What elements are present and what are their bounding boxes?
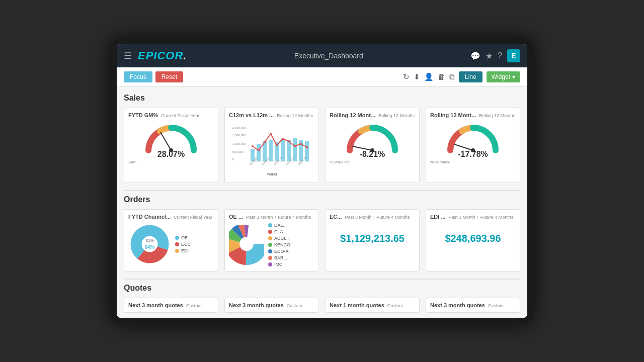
- card-rolling1-title: Rolling 12 Mont...: [330, 112, 375, 118]
- svg-text:1,000,000: 1,000,000: [232, 142, 246, 145]
- quote-card-2-title: Next 3 month quotes: [229, 302, 284, 308]
- hamburger-icon[interactable]: ☰: [124, 50, 132, 61]
- sales-cards-row: FYTD GM% Current Fiscal Year: [124, 108, 520, 183]
- quote-card-4-subtitle: Custom: [488, 303, 504, 308]
- legend-dot-cla: [268, 230, 272, 234]
- legend-item-imc: IMC: [268, 262, 290, 267]
- legend-label-kenco: KENCO: [274, 242, 290, 247]
- quote-card-1-subtitle: Custom: [186, 303, 202, 308]
- chevron-down-icon: ▾: [512, 73, 515, 80]
- quote-card-1: Next 3 month quotes Custom: [124, 298, 218, 313]
- svg-point-18: [252, 145, 254, 147]
- legend-label-oe: OE: [181, 235, 188, 240]
- legend-dot-ecc: [175, 242, 179, 246]
- gauge-rolling2-value: -17.78%: [458, 150, 488, 159]
- card-edi: EDI ... Past 3 Month + Future 4 Months $…: [426, 209, 520, 272]
- copy-icon[interactable]: ⧉: [449, 72, 455, 81]
- card-edi-header: EDI ... Past 3 Month + Future 4 Months: [430, 214, 516, 220]
- card-fytd-gm-header: FYTD GM% Current Fiscal Year: [128, 112, 214, 118]
- orders-cards-row: FYTD Channel... Current Fiscal Year 31%: [124, 209, 520, 272]
- card-oe-header: OE ... Past 3 Month + Future 4 Months: [229, 214, 314, 220]
- legend-item-edi: EDI: [175, 248, 191, 253]
- card-c12m-subtitle: Rolling 12 Months: [277, 113, 313, 118]
- quote-card-4-title: Next 3 month quotes: [430, 302, 485, 308]
- quote-card-2: Next 3 month quotes Custom: [224, 298, 319, 313]
- quote-card-2-subtitle: Custom: [287, 303, 302, 308]
- section-divider-2: [124, 279, 520, 280]
- legend-item-ecc: ECC: [175, 242, 191, 247]
- bar-line-chart-svg: 2,000,000 1,500,000 1,000,000 500,000 0 …: [229, 121, 314, 176]
- quote-card-3-title: Next 1 month quotes: [330, 302, 384, 308]
- svg-text:2,000,000: 2,000,000: [232, 126, 246, 129]
- user-badge[interactable]: E: [507, 49, 520, 62]
- legend-label-dal: DAL...: [274, 223, 287, 228]
- gauge-rolling1-svg: [345, 121, 400, 154]
- quote-card-1-header: Next 3 month quotes Custom: [128, 302, 214, 308]
- card-c12m: C12m vs L12m ... Rolling 12 Months 2,000…: [224, 108, 319, 183]
- svg-text:31%: 31%: [145, 238, 153, 243]
- pie-fytd-channel-legend: OE ECC EDI: [175, 235, 191, 253]
- action-bar: Focus Reset ↻ ⬇ 👤 🗑 ⧉ Line Widget ▾: [117, 67, 527, 86]
- quote-card-3-header: Next 1 month quotes Custom: [330, 302, 415, 308]
- legend-dot-imc: [268, 262, 272, 266]
- svg-point-26: [300, 143, 302, 145]
- legend-dot-addi: [268, 236, 272, 240]
- reset-button[interactable]: Reset: [155, 71, 183, 82]
- tablet-frame: ☰ EPICOR. Executive_Dashboard 💬 ★ ? E Fo…: [111, 38, 533, 324]
- delete-icon[interactable]: 🗑: [438, 72, 445, 81]
- pie-oe: DAL... CLA... ADDI...: [229, 223, 314, 267]
- gauge-rolling2: -17.78% % Variance: [430, 121, 516, 164]
- card-rolling2-subtitle: Rolling 12 Months: [479, 113, 515, 118]
- legend-label-imc: IMC: [274, 262, 283, 267]
- legend-item-addi: ADDI...: [268, 236, 290, 241]
- card-ec-header: EC... Past 3 Month + Future 4 Months: [330, 214, 415, 220]
- svg-point-24: [288, 140, 290, 142]
- quote-card-1-title: Next 3 month quotes: [128, 302, 183, 308]
- gauge-rolling1-value: -8.21%: [360, 150, 385, 159]
- card-rolling2: Rolling 12 Mont... Rolling 12 Months: [426, 108, 520, 183]
- svg-text:0: 0: [232, 158, 234, 161]
- chat-icon[interactable]: 💬: [470, 51, 480, 61]
- legend-item-oe: OE: [175, 235, 191, 240]
- svg-point-27: [306, 146, 308, 148]
- quote-card-4: Next 3 month quotes Custom: [426, 298, 520, 313]
- card-rolling1-header: Rolling 12 Mont... Rolling 12 Months: [330, 112, 415, 118]
- line-button[interactable]: Line: [459, 71, 482, 82]
- star-icon[interactable]: ★: [486, 51, 493, 61]
- pie-fytd-channel: 31% 64% OE ECC: [128, 223, 214, 265]
- screen: ☰ EPICOR. Executive_Dashboard 💬 ★ ? E Fo…: [117, 44, 527, 318]
- svg-point-23: [282, 138, 284, 140]
- gauge-fytd-gm: 28.07% Sum: [128, 121, 214, 164]
- quote-card-4-header: Next 3 month quotes Custom: [430, 302, 516, 308]
- user-icon[interactable]: 👤: [424, 72, 434, 81]
- legend-dot-oe: [175, 236, 179, 240]
- card-fytd-gm-title: FYTD GM%: [128, 112, 158, 118]
- svg-point-20: [264, 141, 266, 143]
- logo: EPICOR.: [138, 49, 187, 62]
- card-c12m-header: C12m vs L12m ... Rolling 12 Months: [229, 112, 314, 118]
- card-rolling2-title: Rolling 12 Mont...: [430, 112, 476, 118]
- pie-fytd-channel-svg: 31% 64%: [128, 223, 171, 265]
- svg-point-21: [270, 133, 272, 135]
- widget-button[interactable]: Widget ▾: [487, 71, 520, 82]
- legend-item-ecoa: ECO-A: [268, 249, 290, 254]
- card-rolling2-header: Rolling 12 Mont... Rolling 12 Months: [430, 112, 516, 118]
- legend-label-ecoa: ECO-A: [274, 249, 289, 254]
- pie-oe-svg: [229, 225, 264, 265]
- card-ec-subtitle: Past 3 Month + Future 4 Months: [345, 215, 410, 220]
- quote-card-2-header: Next 3 month quotes Custom: [229, 302, 314, 308]
- legend-label-bar: BAR...: [274, 255, 287, 260]
- download-icon[interactable]: ⬇: [414, 72, 420, 81]
- refresh-icon[interactable]: ↻: [403, 72, 410, 81]
- focus-button[interactable]: Focus: [124, 71, 152, 82]
- dashboard-content: Sales FYTD GM% Current Fiscal Year: [117, 86, 527, 318]
- card-oe: OE ... Past 3 Month + Future 4 Months: [224, 209, 319, 272]
- card-edi-title: EDI ...: [430, 214, 446, 220]
- card-fytd-gm-subtitle: Current Fiscal Year: [161, 113, 200, 118]
- legend-dot-bar: [268, 256, 272, 260]
- card-fytd-channel: FYTD Channel... Current Fiscal Year 31%: [124, 209, 218, 272]
- legend-label-ecc: ECC: [181, 242, 191, 247]
- gauge-fytd-gm-value: 28.07%: [157, 150, 185, 159]
- help-icon[interactable]: ?: [498, 51, 502, 60]
- svg-point-22: [276, 144, 278, 146]
